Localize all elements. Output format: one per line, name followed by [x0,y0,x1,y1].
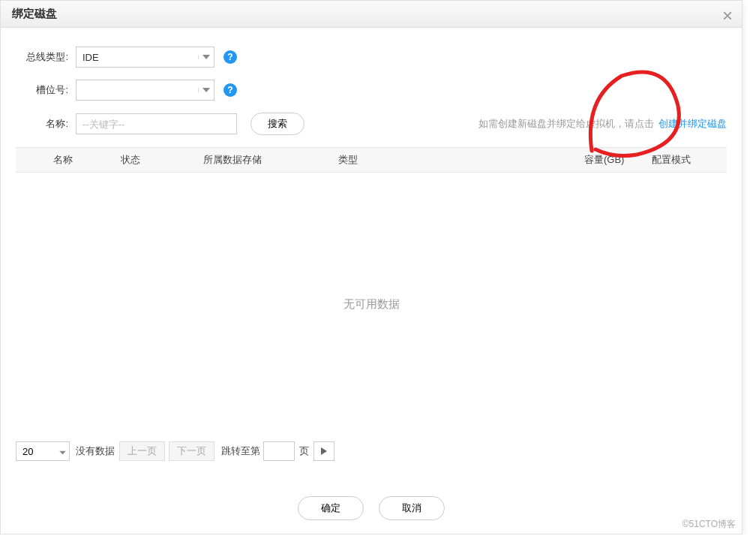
dialog-body: 总线类型: ? 槽位号: ? 名称: 搜索 [1,28,742,487]
col-header-name: 名称 [16,153,121,167]
dialog-title: 绑定磁盘 [12,7,57,20]
page-size-value[interactable] [16,441,70,461]
search-button[interactable]: 搜索 [250,113,304,135]
pagination-bar: 没有数据 上一页 下一页 跳转至第 页 [16,435,727,476]
page-unit: 页 [299,444,309,458]
dialog-header: 绑定磁盘 × [1,1,742,28]
col-header-capacity: 容量(GB) [584,153,652,167]
jump-page-input[interactable] [263,441,295,461]
bus-type-value[interactable] [76,47,214,68]
create-and-bind-link[interactable]: 创建并绑定磁盘 [658,118,727,129]
slot-value[interactable] [76,80,214,101]
bind-disk-dialog: 绑定磁盘 × 总线类型: ? 槽位号: ? 名称: [0,0,742,534]
create-hint: 如需创建新磁盘并绑定给虚拟机，请点击 创建并绑定磁盘 [478,117,727,131]
next-page-button[interactable]: 下一页 [169,441,214,461]
cancel-button[interactable]: 取消 [379,496,445,520]
play-icon [321,447,327,455]
name-search-row: 名称: 搜索 如需创建新磁盘并绑定给虚拟机，请点击 创建并绑定磁盘 [16,113,727,135]
slot-help-icon[interactable]: ? [224,83,237,97]
ok-button[interactable]: 确定 [298,496,364,520]
table-header-row: 名称 状态 所属数据存储 类型 容量(GB) 配置模式 [16,147,727,173]
col-header-store: 所属数据存储 [203,153,338,167]
bus-type-select[interactable] [76,47,214,68]
name-keyword-input[interactable] [76,113,237,134]
hint-text: 如需创建新磁盘并绑定给虚拟机，请点击 [478,118,654,129]
col-header-mode: 配置模式 [652,153,727,167]
disk-table: 名称 状态 所属数据存储 类型 容量(GB) 配置模式 无可用数据 [16,147,727,435]
name-label: 名称: [16,117,68,131]
bus-type-help-icon[interactable]: ? [224,50,237,64]
jump-go-button[interactable] [314,441,334,461]
slot-select[interactable] [76,80,214,101]
col-header-status: 状态 [121,153,203,167]
svg-marker-3 [321,447,327,455]
page-size-select[interactable] [16,441,70,461]
table-empty-message: 无可用数据 [16,173,727,435]
slot-label: 槽位号: [16,83,68,97]
no-data-text: 没有数据 [76,444,115,458]
jump-label: 跳转至第 [221,444,260,458]
dialog-footer: 确定 取消 [1,487,742,534]
col-header-type: 类型 [338,153,466,167]
bus-type-row: 总线类型: ? [16,47,727,68]
slot-row: 槽位号: ? [16,80,727,101]
close-button[interactable]: × [722,7,733,25]
watermark-text: ©51CTO博客 [682,518,736,531]
bus-type-label: 总线类型: [16,50,68,64]
prev-page-button[interactable]: 上一页 [119,441,165,461]
